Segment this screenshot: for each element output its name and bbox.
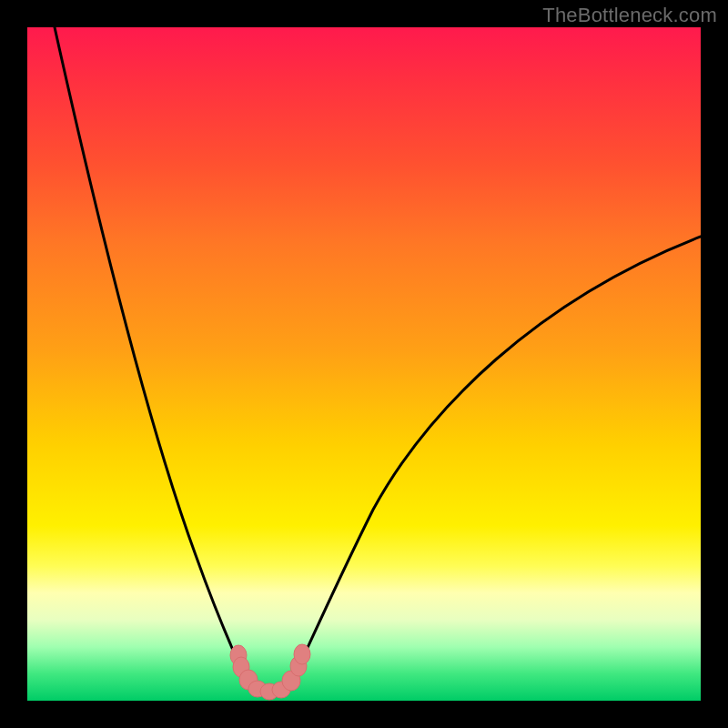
chart-area <box>27 27 701 701</box>
watermark-text: TheBottleneck.com <box>542 4 717 27</box>
